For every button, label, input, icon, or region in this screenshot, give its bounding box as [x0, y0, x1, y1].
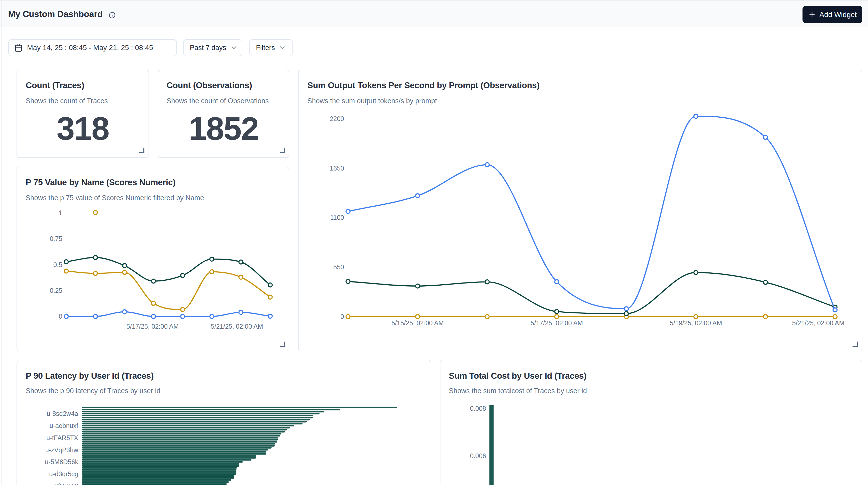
svg-text:u-5M8D56k: u-5M8D56k: [45, 458, 79, 466]
svg-text:5/17/25, 02:00 AM: 5/17/25, 02:00 AM: [127, 323, 179, 330]
svg-text:u-d3qr5cg: u-d3qr5cg: [49, 471, 79, 478]
svg-text:u-zVqP3hw: u-zVqP3hw: [45, 446, 79, 454]
svg-text:5/21/25, 02:00 AM: 5/21/25, 02:00 AM: [211, 323, 263, 330]
svg-text:5/17/25, 02:00 AM: 5/17/25, 02:00 AM: [531, 319, 583, 326]
svg-text:1650: 1650: [330, 164, 344, 172]
svg-text:5/15/25, 02:00 AM: 5/15/25, 02:00 AM: [392, 319, 444, 326]
svg-text:5/21/25, 02:00 AM: 5/21/25, 02:00 AM: [793, 319, 845, 326]
svg-text:5/19/25, 02:00 AM: 5/19/25, 02:00 AM: [670, 319, 722, 326]
svg-text:0: 0: [341, 313, 344, 320]
svg-text:550: 550: [334, 263, 344, 270]
svg-text:0.25: 0.25: [50, 287, 62, 294]
svg-text:2200: 2200: [330, 115, 344, 122]
svg-text:0: 0: [59, 313, 62, 320]
svg-text:0.008: 0.008: [470, 405, 486, 412]
svg-text:0.75: 0.75: [50, 235, 62, 243]
svg-text:u-aobnuxf: u-aobnuxf: [50, 422, 79, 429]
svg-text:u-tFAR5TX: u-tFAR5TX: [46, 434, 79, 442]
svg-text:1100: 1100: [330, 214, 344, 221]
svg-text:u-8fVa9T3: u-8fVa9T3: [49, 483, 79, 485]
svg-text:0.5: 0.5: [53, 261, 62, 268]
svg-text:0.006: 0.006: [470, 453, 486, 460]
svg-text:u-8sq2w4a: u-8sq2w4a: [47, 410, 79, 417]
svg-text:1: 1: [59, 209, 62, 216]
